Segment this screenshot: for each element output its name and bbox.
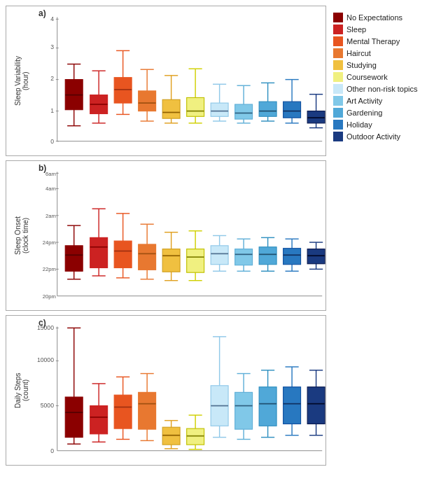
charts-column: Sleep Variability(hour) a) 0 1 2 3 <box>6 6 326 475</box>
legend-label-1: Sleep <box>346 25 366 34</box>
boxplot-7 <box>211 84 228 121</box>
boxplot-8 <box>235 85 253 123</box>
legend-swatch-4 <box>333 60 343 70</box>
boxplot-6 <box>187 69 204 123</box>
chart-area-c: c) 0 5000 10000 15000 <box>37 316 326 465</box>
svg-rect-45 <box>211 103 228 116</box>
legend-swatch-2 <box>333 36 343 46</box>
svg-text:10000: 10000 <box>37 356 54 363</box>
svg-rect-128 <box>284 249 301 265</box>
svg-rect-167 <box>162 427 180 445</box>
legend-item-2: Mental Therapy <box>333 36 445 46</box>
svg-text:6am: 6am <box>46 171 56 177</box>
legend-item-1: Sleep <box>333 25 445 34</box>
legend-label-9: Holiday <box>346 120 372 129</box>
legend-label-3: Haircut <box>346 49 371 57</box>
svg-text:4am: 4am <box>46 186 56 192</box>
boxplot-10 <box>284 80 301 123</box>
svg-text:20pm: 20pm <box>43 293 56 300</box>
svg-text:2am: 2am <box>46 213 56 219</box>
boxplot-9 <box>259 83 276 121</box>
legend-item-10: Outdoor Activity <box>333 132 445 141</box>
panel-c-label: c) <box>38 318 46 328</box>
legend-swatch-1 <box>333 25 343 34</box>
legend-label-8: Gardening <box>346 109 382 117</box>
legend-item-0: No Expectations <box>333 13 445 22</box>
legend-label-2: Mental Therapy <box>346 37 400 46</box>
svg-rect-147 <box>65 397 83 437</box>
svg-rect-40 <box>187 97 204 116</box>
chart-svg-c: 0 5000 10000 15000 <box>37 316 326 465</box>
svg-rect-25 <box>114 78 132 103</box>
svg-rect-98 <box>139 244 156 270</box>
svg-text:3: 3 <box>50 43 54 50</box>
svg-rect-50 <box>235 104 253 119</box>
legend-label-6: Other non-risk topics <box>346 85 417 93</box>
legend-label-10: Outdoor Activity <box>346 132 400 141</box>
y-axis-label-a: Sleep Variability(hour) <box>6 6 37 155</box>
legend-label-4: Studying <box>346 61 377 69</box>
svg-rect-103 <box>162 249 180 272</box>
legend-swatch-0 <box>333 13 343 22</box>
svg-text:1: 1 <box>50 107 54 114</box>
svg-rect-93 <box>114 241 132 267</box>
svg-text:2: 2 <box>50 76 54 83</box>
boxplot-11 <box>307 95 325 128</box>
svg-rect-118 <box>235 249 253 265</box>
svg-rect-192 <box>284 387 301 424</box>
svg-rect-60 <box>284 102 301 118</box>
legend-swatch-10 <box>333 132 343 141</box>
panel-b: Sleep Onset(clock time) b) 20pm 22pm 24p… <box>6 160 326 311</box>
svg-rect-162 <box>139 392 156 429</box>
boxplot-3 <box>114 50 132 114</box>
legend-swatch-3 <box>333 48 343 58</box>
panel-a: Sleep Variability(hour) a) 0 1 2 3 <box>6 6 326 156</box>
boxplot-4 <box>139 69 156 121</box>
legend-label-5: Coursework <box>346 73 388 81</box>
svg-rect-88 <box>90 237 108 267</box>
chart-svg-b: 20pm 22pm 24pm 2am 4am 6am <box>37 161 326 310</box>
chart-area-a: a) 0 1 2 3 4 <box>37 6 326 155</box>
boxplot-1 <box>65 64 83 126</box>
panel-c: Daily Steps(count) c) 0 5000 10000 15000 <box>6 315 326 466</box>
svg-rect-187 <box>259 387 276 426</box>
legend-column: No Expectations Sleep Mental Therapy Hai… <box>326 6 445 475</box>
svg-rect-30 <box>139 91 156 111</box>
svg-rect-123 <box>259 247 276 265</box>
y-axis-label-c: Daily Steps(count) <box>6 316 37 465</box>
legend-item-9: Holiday <box>333 120 445 130</box>
svg-text:0: 0 <box>50 447 54 454</box>
legend-item-6: Other non-risk topics <box>333 84 445 94</box>
svg-rect-113 <box>211 246 228 265</box>
svg-rect-152 <box>90 406 108 434</box>
main-container: Sleep Variability(hour) a) 0 1 2 3 <box>0 0 448 481</box>
chart-area-b: b) 20pm 22pm 24pm 2am 4am 6am <box>37 161 326 310</box>
svg-text:24pm: 24pm <box>43 239 56 246</box>
legend-item-5: Coursework <box>333 72 445 82</box>
legend-label-7: Art Activity <box>346 97 382 105</box>
svg-text:4: 4 <box>50 15 54 22</box>
svg-rect-172 <box>187 428 204 445</box>
legend-item-8: Gardening <box>333 108 445 118</box>
legend-item-7: Art Activity <box>333 96 445 106</box>
y-axis-label-b: Sleep Onset(clock time) <box>6 161 37 310</box>
boxplot-5 <box>162 76 180 123</box>
svg-rect-157 <box>114 395 132 428</box>
legend-swatch-9 <box>333 120 343 130</box>
svg-rect-35 <box>162 99 180 118</box>
svg-rect-133 <box>307 249 325 264</box>
svg-rect-83 <box>65 246 83 271</box>
panel-b-label: b) <box>38 163 46 173</box>
svg-rect-65 <box>307 111 325 123</box>
legend-label-0: No Expectations <box>346 13 402 22</box>
legend-item-4: Studying <box>333 60 445 70</box>
legend-swatch-5 <box>333 72 343 82</box>
svg-rect-108 <box>187 249 204 273</box>
panel-a-label: a) <box>38 8 46 18</box>
svg-text:5000: 5000 <box>41 402 54 409</box>
svg-text:0: 0 <box>50 138 54 145</box>
boxplot-2 <box>90 71 108 123</box>
legend-swatch-7 <box>333 96 343 106</box>
svg-rect-182 <box>235 392 253 429</box>
svg-text:22pm: 22pm <box>43 266 56 272</box>
